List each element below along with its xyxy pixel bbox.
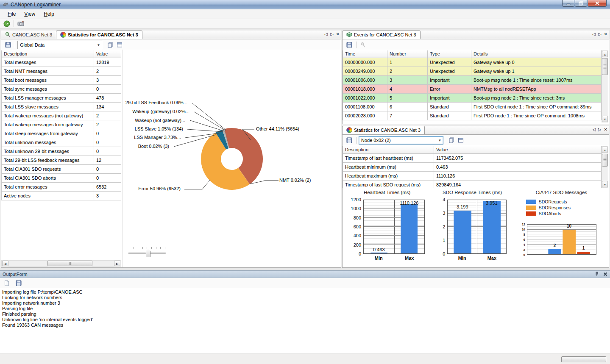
table-row[interactable]: Total sync messages0 — [2, 84, 121, 93]
table-row[interactable]: Total wakeup messages (not gateway)2 — [2, 111, 121, 120]
table-row[interactable]: Total messages12819 — [2, 58, 121, 67]
column-header-description[interactable]: Description — [2, 50, 94, 58]
tabs-scroll-right-icon[interactable]: ▷ — [598, 32, 602, 37]
table-row[interactable]: 00001108.0006StandardFirst SDO client no… — [343, 102, 602, 111]
table-row[interactable]: Total unknown 29-bit messages0 — [2, 147, 121, 156]
table-row[interactable]: Heartbeat minimum (ms)0.463 — [343, 162, 602, 171]
y-tick-label: 6 — [524, 238, 525, 241]
close-icon[interactable] — [603, 272, 607, 276]
zoom-slider[interactable] — [128, 247, 166, 258]
table-row[interactable]: Total CiA301 SDO requests0 — [2, 164, 121, 173]
tabgroup-close-icon[interactable]: ✕ — [604, 32, 607, 37]
menu-view[interactable]: View — [20, 10, 39, 18]
table-row[interactable]: Total unknown messages0 — [2, 138, 121, 147]
save-button[interactable] — [345, 41, 354, 49]
bar — [370, 253, 387, 253]
chart-title: SDO Response Times (ms) — [430, 190, 514, 195]
minimize-button[interactable] — [562, 0, 574, 7]
save-output-button[interactable] — [14, 279, 23, 287]
legend-item: SDOResponses — [526, 205, 571, 211]
tabs-scroll-right-icon[interactable]: ▷ — [598, 127, 602, 132]
table-row[interactable]: Total NMT messages2 — [2, 67, 121, 75]
column-header-number[interactable]: Number — [387, 50, 428, 58]
column-header-type[interactable]: Type — [428, 50, 471, 58]
scrollbar-thumb[interactable] — [47, 261, 92, 266]
y-axis-labels: 01234 — [430, 200, 447, 254]
slider-thumb[interactable] — [146, 249, 150, 257]
tab-statistics-node[interactable]: Statistics for CANOE.ASC Net 3 — [342, 126, 425, 134]
table-row[interactable]: 00001018.0004ErrorNMTMsg to all nodRESET… — [343, 84, 602, 93]
close-button[interactable] — [588, 0, 607, 7]
copy-button[interactable] — [106, 41, 115, 49]
toolbar-separator — [15, 42, 15, 48]
statistics-toolbar: Global Data ▼ — [1, 40, 341, 50]
value-label: 1110.126 — [400, 200, 418, 206]
table-row[interactable]: Total error messages6532 — [2, 182, 121, 191]
tabs-scroll-right-icon[interactable]: ▷ — [330, 32, 334, 37]
tabs-scroll-left-icon[interactable]: ◁ — [592, 32, 596, 37]
table-row[interactable]: 00002028.0007StandardFirst PDO node 1 : … — [343, 111, 602, 120]
vertical-scrollbar[interactable]: ▲ ▼ — [602, 146, 608, 188]
scrollbar-thumb[interactable] — [602, 58, 608, 75]
tab-statistics-global[interactable]: Statistics for CANOE.ASC Net 3 — [56, 31, 142, 39]
table-row[interactable]: Active nodes3 — [2, 191, 121, 200]
menu-file[interactable]: File — [3, 10, 20, 18]
table-row[interactable]: Total CiA301 SDO aborts0 — [2, 173, 121, 182]
events-table: Time Number Type Details 00000000.0001Un… — [343, 50, 602, 120]
table-row[interactable]: Total LSS slave messages134 — [2, 102, 121, 111]
table-row[interactable]: Total LSS manager messages478 — [2, 93, 121, 102]
column-header-value[interactable]: Value — [94, 50, 121, 58]
scroll-left-icon[interactable]: ◀ — [2, 261, 8, 266]
vertical-scrollbar[interactable]: ▲ ▼ — [602, 50, 608, 122]
scroll-down-icon[interactable]: ▼ — [602, 181, 608, 187]
tab-canoe-asc[interactable]: CANOE.ASC Net 3 — [1, 31, 56, 39]
x-axis-labels: MinMax — [447, 256, 507, 262]
table-row[interactable]: Total sleep messages from gateway0 — [2, 129, 121, 138]
column-header-description[interactable]: Description — [343, 146, 434, 153]
table-row[interactable]: Total wakeup messages from gateway2 — [2, 120, 121, 129]
pin-icon[interactable] — [595, 272, 599, 277]
tabgroup-close-icon[interactable]: ✕ — [604, 127, 607, 132]
table-row[interactable]: Timestamp of last SDO request (ms)829849… — [343, 180, 602, 188]
tabgroup-close-icon[interactable]: ✕ — [336, 32, 340, 37]
open-log-button[interactable] — [2, 19, 11, 28]
data-scope-combobox[interactable]: Global Data ▼ — [17, 41, 102, 49]
table-row[interactable]: Total boot messages3 — [2, 75, 121, 84]
clear-output-button[interactable] — [2, 279, 11, 287]
table-row[interactable]: Total 29-bit LSS feedback messages12 — [2, 156, 121, 164]
main-toolbar — [0, 19, 610, 29]
table-row[interactable]: Timestamp of last heartbeat (ms)1173452.… — [343, 153, 602, 162]
slice-label-other: Other 44.11% (5654) — [256, 126, 299, 131]
scroll-up-icon[interactable]: ▲ — [602, 147, 608, 153]
tab-events[interactable]: Events for CANOE.ASC Net 3 — [342, 31, 421, 39]
column-header-details[interactable]: Details — [471, 50, 602, 58]
scroll-up-icon[interactable]: ▲ — [602, 51, 608, 57]
column-header-value[interactable]: Value — [434, 146, 602, 153]
save-button[interactable] — [345, 136, 354, 144]
scroll-down-icon[interactable]: ▼ — [602, 116, 608, 122]
log-line: Found 19363 CAN messages — [2, 322, 608, 328]
filter-button[interactable] — [359, 41, 368, 49]
table-row[interactable]: 00001006.0003ImportantBoot-up msg node 1… — [343, 75, 602, 84]
plot-area: 2101 — [527, 224, 596, 255]
node-select-combobox[interactable]: Node 0x02 (2) ▼ — [359, 136, 443, 144]
restore-button[interactable] — [575, 0, 587, 7]
save-button[interactable] — [3, 41, 13, 49]
copy-button[interactable] — [447, 136, 456, 144]
tabs-scroll-left-icon[interactable]: ◁ — [592, 127, 596, 132]
horizontal-scrollbar[interactable]: ◀ ▶ — [1, 260, 121, 267]
new-window-button[interactable] — [115, 41, 124, 49]
scroll-right-icon[interactable]: ▶ — [114, 261, 120, 266]
table-row[interactable]: 00001022.0005ImportantBoot-up msg node 2… — [343, 93, 602, 102]
settings-button[interactable] — [16, 19, 25, 28]
x-tick-label: Min — [458, 256, 466, 261]
menu-help[interactable]: Help — [39, 10, 58, 18]
new-window-button[interactable] — [456, 136, 465, 144]
tabs-scroll-left-icon[interactable]: ◁ — [324, 32, 328, 37]
save-icon — [16, 280, 22, 286]
table-row[interactable]: 00000249.0002UnexpectedGateway wake up 1 — [343, 67, 602, 75]
scrollbar-thumb[interactable] — [602, 154, 608, 167]
table-row[interactable]: 00000000.0001UnexpectedGateway wake up 0 — [343, 58, 602, 67]
column-header-time[interactable]: Time — [343, 50, 387, 58]
table-row[interactable]: Heartbeat maximum (ms)1110.126 — [343, 171, 602, 180]
